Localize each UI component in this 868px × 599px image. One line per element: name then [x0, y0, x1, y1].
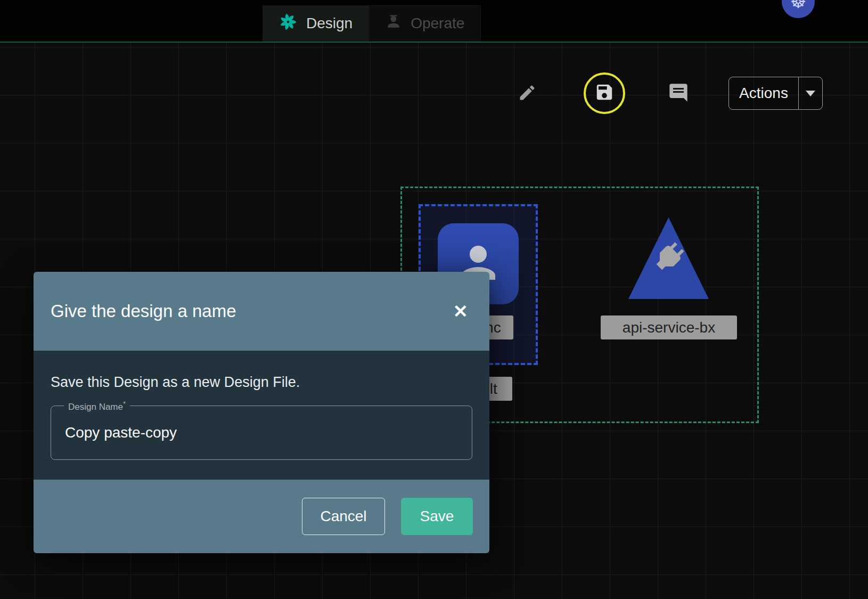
modal-title: Give the design a name: [51, 301, 236, 321]
cancel-button[interactable]: Cancel: [302, 498, 385, 535]
app-window: Design Operate ☸: [0, 0, 868, 599]
edit-button[interactable]: [515, 82, 539, 106]
required-asterisk: *: [123, 400, 126, 408]
save-design-button[interactable]: [584, 72, 625, 114]
save-icon: [594, 82, 615, 104]
design-name-input[interactable]: [51, 424, 472, 441]
operate-icon: [385, 13, 402, 34]
api-service-node-label-text: api-service-bx: [623, 319, 715, 336]
tab-design-label: Design: [306, 15, 353, 32]
pencil-icon: [518, 83, 537, 104]
chevron-down-icon: [806, 91, 815, 96]
design-logo-icon: [279, 12, 298, 35]
close-icon[interactable]: ✕: [453, 302, 469, 320]
modal-header: Give the design a name ✕: [34, 272, 489, 351]
user-avatar[interactable]: ☸: [782, 0, 815, 18]
api-service-node-label[interactable]: api-service-bx: [601, 315, 737, 339]
design-name-field: Design Name*: [51, 406, 472, 460]
save-design-modal: Give the design a name ✕ Save this Desig…: [34, 272, 489, 553]
actions-button[interactable]: Actions: [728, 77, 823, 110]
tab-design[interactable]: Design: [263, 5, 369, 42]
avatar-wheel-icon: ☸: [790, 0, 806, 12]
save-button[interactable]: Save: [401, 498, 473, 535]
tab-operate[interactable]: Operate: [369, 5, 481, 42]
design-name-field-label: Design Name*: [64, 400, 130, 412]
actions-button-label: Actions: [729, 77, 798, 109]
modal-description: Save this Design as a new Design File.: [51, 374, 472, 391]
actions-dropdown-toggle[interactable]: [799, 77, 822, 109]
design-name-field-label-text: Design Name: [68, 402, 123, 412]
top-bar: Design Operate ☸: [0, 0, 868, 43]
modal-footer: Cancel Save: [34, 480, 489, 553]
comment-button[interactable]: [666, 81, 691, 107]
modal-body: Save this Design as a new Design File. D…: [34, 351, 489, 480]
tab-operate-label: Operate: [411, 15, 464, 32]
comment-icon: [668, 82, 689, 106]
mode-tabs: Design Operate: [263, 5, 481, 42]
